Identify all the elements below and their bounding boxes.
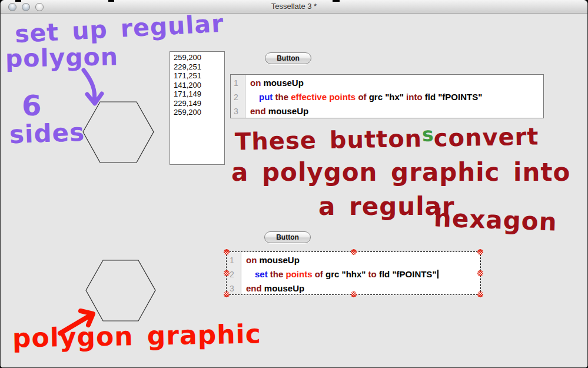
code-token: effective points [291,92,358,102]
line-number: 1 [231,77,245,91]
annotation-six: 6 [22,91,42,120]
script-editor-bottom[interactable]: 123 on mouseUpset the points of grc "hhx… [226,251,481,295]
code-line[interactable]: end mouseUp [246,282,438,294]
convert-to-points-button[interactable]: Button [265,52,311,64]
window-title: Tessellate 3 * [1,2,587,11]
annotation-polygon: polygon [5,45,119,71]
annotation-polygon-graphic: polygon graphic [12,321,261,351]
annotation-convert: convert [433,122,539,151]
code-token: the [270,269,286,279]
screen-artifact [333,0,340,2]
code-line[interactable]: on mouseUp [250,77,482,91]
app-window: Tessellate 3 * 259,200229,251171,251141,… [0,0,588,368]
annotation-sides: sides [9,120,85,147]
selection-handle-top-left[interactable] [224,249,230,255]
selection-handle-bottom-middle[interactable] [351,291,357,297]
code-token: points [286,269,315,279]
line-number: 3 [231,105,245,119]
code-line[interactable]: on mouseUp [246,254,438,268]
code-token: fld "fPOINTS" [425,92,483,102]
screen-artifact [15,0,21,2]
selection-handle-bottom-right[interactable] [477,291,483,297]
code-area[interactable]: on mouseUpset the points of grc "hhx" to… [241,252,438,294]
points-field[interactable]: 259,200229,251171,251141,200171,149229,1… [170,51,225,165]
code-token: fld "fPOINTS" [379,269,437,279]
text-cursor [437,270,438,279]
annotation-hexagon: hexagon [433,205,557,234]
code-token: mouseUp [264,283,304,293]
hexagon-graphic-top[interactable] [83,102,154,163]
point-line: 141,200 [174,81,224,90]
hexagon-graphic-bottom[interactable] [86,260,155,321]
code-token: end [246,283,264,293]
code-token: into [406,92,425,102]
code-token: mouseUp [264,78,304,88]
line-number-gutter: 123 [231,75,245,118]
annotation-setup-regular: set up regular [14,12,224,47]
code-line[interactable]: put the effective points of grc "hx" int… [250,91,482,105]
selection-handle-middle-left[interactable] [224,270,230,276]
code-token: grc "hhx" [325,269,368,279]
selection-handle-middle-right[interactable] [477,270,483,276]
code-token: set [255,269,268,279]
code-token: the [275,92,291,102]
code-token: to [368,269,379,279]
purple-arrow-annotation [84,70,95,101]
point-line: 171,149 [174,89,224,99]
code-token: mouseUp [260,255,300,265]
line-number: 2 [231,91,245,105]
code-token: on [246,255,260,265]
selection-handle-top-middle[interactable] [351,249,357,255]
title-bar[interactable]: Tessellate 3 * [1,0,587,14]
code-token: of [358,92,368,102]
screen-artifact [108,0,114,2]
annotation-these-button: These button [235,125,423,155]
code-token: of [315,269,325,279]
point-line: 259,200 [174,108,224,117]
code-token: put [259,92,273,102]
set-points-button[interactable]: Button [264,231,311,243]
point-line: 259,200 [174,53,224,62]
code-line[interactable]: set the points of grc "hhx" to fld "fPOI… [246,268,438,282]
code-token: end [250,106,268,116]
code-token: grc "hx" [369,92,406,102]
line-number: 1 [227,254,241,268]
annotation-these-buttons-convert: These buttonsconvert [235,122,539,153]
script-editor-top[interactable]: 123 on mouseUpput the effective points o… [230,74,544,118]
selection-handle-bottom-left[interactable] [224,291,230,297]
point-line: 171,251 [174,71,224,81]
annotation-polygon-graphic-into: a polygon graphic into [231,160,570,185]
code-token: on [250,78,264,88]
point-line: 229,149 [174,99,224,108]
code-token: mouseUp [268,106,308,116]
point-line: 229,251 [174,62,224,72]
selection-handle-top-right[interactable] [477,249,483,255]
code-area[interactable]: on mouseUpput the effective points of gr… [245,75,482,118]
annotation-green-s: s [422,123,434,146]
code-line[interactable]: end mouseUp [250,105,482,118]
